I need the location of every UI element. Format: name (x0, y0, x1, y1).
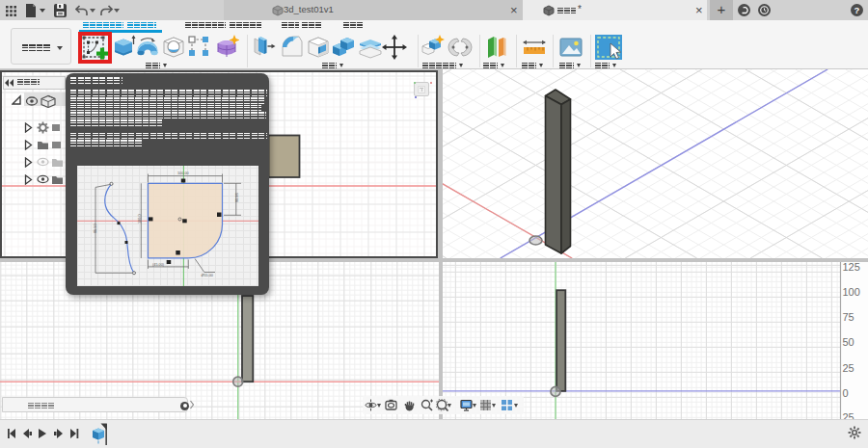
svg-text:(45.00): (45.00) (152, 263, 165, 267)
svg-text:86.50: 86.50 (94, 224, 97, 233)
svg-text:90.98: 90.98 (235, 193, 239, 202)
svg-text:100: 100 (843, 286, 860, 298)
svg-text:0: 0 (843, 387, 849, 399)
svg-text:25: 25 (843, 411, 854, 419)
svg-text:Ø55.00: Ø55.00 (202, 274, 213, 277)
svg-text:25: 25 (843, 362, 854, 374)
svg-text:125: 125 (843, 262, 860, 273)
svg-text:75: 75 (843, 311, 854, 323)
svg-text:50: 50 (843, 336, 854, 348)
svg-text:100.00: 100.00 (177, 171, 189, 175)
svg-text:100.0: 100.0 (138, 214, 142, 224)
